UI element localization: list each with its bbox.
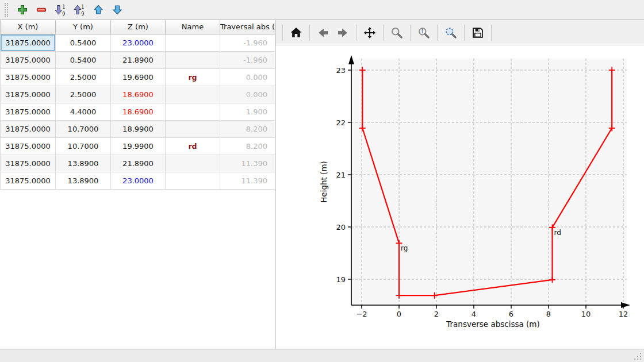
table-cell-y[interactable]: 2.5000 [56, 86, 111, 103]
table-cell-name[interactable] [166, 172, 220, 189]
toolbar-drag-handle[interactable] [5, 3, 8, 17]
resize-grip-icon[interactable] [633, 352, 641, 360]
status-bar [0, 349, 644, 362]
svg-text:1: 1 [62, 5, 65, 10]
remove-row-button[interactable] [33, 2, 50, 18]
table-cell-name[interactable] [166, 155, 220, 172]
svg-text:Height (m): Height (m) [319, 161, 328, 203]
sort-ascending-button[interactable]: 19 [71, 2, 88, 18]
sort-descending-button[interactable]: 19 [52, 2, 69, 18]
table-cell-abs[interactable]: 11.390 [220, 172, 275, 189]
table-cell-abs[interactable]: 0.000 [220, 68, 275, 86]
table-cell-x[interactable]: 31875.0000 [1, 86, 56, 103]
svg-text:10: 10 [581, 310, 591, 318]
table-cell-z[interactable]: 19.6900 [111, 68, 166, 86]
column-header-y[interactable]: Y (m) [56, 20, 111, 34]
column-header-x[interactable]: X (m) [1, 20, 56, 34]
table-cell-abs[interactable]: 0.000 [220, 86, 275, 103]
table-cell-name[interactable] [166, 103, 220, 120]
toolbar-separator [309, 25, 310, 41]
table-cell-y[interactable]: 4.4000 [56, 103, 111, 120]
table-cell-y[interactable]: 10.7000 [56, 120, 111, 137]
table-cell-x[interactable]: 31875.0000 [1, 103, 56, 120]
toolbar-separator [464, 25, 465, 41]
back-button[interactable] [315, 24, 332, 41]
minus-icon [36, 4, 47, 16]
table-cell-x[interactable]: 31875.0000 [1, 34, 56, 51]
plus-icon [17, 4, 28, 16]
table-cell-z[interactable]: 23.0000 [111, 34, 166, 51]
move-row-up-button[interactable] [90, 2, 107, 18]
table-cell-y[interactable]: 13.8900 [56, 172, 111, 189]
toolbar-separator [437, 25, 438, 41]
toolbar-separator [491, 25, 492, 41]
pan-button[interactable] [361, 24, 378, 41]
svg-text:23: 23 [336, 66, 346, 75]
table-cell-abs[interactable]: 1.900 [220, 103, 275, 120]
application-window: 1919 X (m)Y (m)Z (m)NameTraversal abs (m… [0, 0, 644, 362]
table-row: 31875.00002.500019.6900rg0.000 [1, 68, 275, 86]
table-cell-x[interactable]: 31875.0000 [1, 120, 56, 137]
home-button[interactable] [288, 24, 305, 41]
svg-text:21: 21 [336, 171, 346, 179]
zoom-actual-button[interactable]: 1 [415, 24, 432, 41]
table-row: 31875.000010.700019.9900rd8.200 [1, 137, 275, 155]
add-row-button[interactable] [14, 2, 31, 18]
table-cell-x[interactable]: 31875.0000 [1, 137, 56, 155]
svg-text:2: 2 [434, 310, 439, 318]
home-icon [290, 26, 302, 39]
table-row: 31875.00000.540021.8900-1.960 [1, 51, 275, 68]
zoom-region-button[interactable] [442, 24, 459, 41]
table-cell-name[interactable]: rg [166, 68, 220, 86]
table-cell-name[interactable]: rd [166, 137, 220, 155]
table-cell-z[interactable]: 18.9900 [111, 120, 166, 137]
column-header-z[interactable]: Z (m) [111, 20, 166, 34]
table-cell-z[interactable]: 18.6900 [111, 103, 166, 120]
table-cell-abs[interactable]: 8.200 [220, 120, 275, 137]
zoom-button[interactable] [388, 24, 405, 41]
toolbar-separator [383, 25, 384, 41]
table-cell-y[interactable]: 10.7000 [56, 137, 111, 155]
table-cell-x[interactable]: 31875.0000 [1, 68, 56, 86]
svg-text:19: 19 [336, 275, 346, 284]
table-cell-z[interactable]: 21.8900 [111, 51, 166, 68]
table-cell-y[interactable]: 0.5400 [56, 34, 111, 51]
svg-text:9: 9 [62, 11, 65, 16]
table-cell-abs[interactable]: 8.200 [220, 137, 275, 155]
column-header-abs[interactable]: Traversal abs (m [220, 20, 275, 34]
table-cell-z[interactable]: 23.0000 [111, 172, 166, 189]
save-figure-button[interactable] [469, 24, 486, 41]
table-cell-x[interactable]: 31875.0000 [1, 172, 56, 189]
move-row-down-button[interactable] [109, 2, 126, 18]
table-cell-x[interactable]: 31875.0000 [1, 155, 56, 172]
table-cell-z[interactable]: 19.9900 [111, 137, 166, 155]
column-header-name[interactable]: Name [166, 20, 220, 34]
table-cell-y[interactable]: 13.8900 [56, 155, 111, 172]
table-row: 31875.000013.890023.000011.390 [1, 172, 275, 189]
table-cell-y[interactable]: 0.5400 [56, 51, 111, 68]
table-cell-x[interactable]: 31875.0000 [1, 51, 56, 68]
svg-text:8: 8 [546, 310, 551, 318]
sort-ascending-icon: 19 [74, 4, 85, 16]
main-toolbar: 1919 [0, 0, 644, 20]
table-cell-name[interactable] [166, 51, 220, 68]
plot-toolbar: 1 [275, 20, 644, 45]
svg-text:1: 1 [421, 28, 424, 34]
svg-text:rd: rd [554, 229, 561, 237]
table-row: 31875.000013.890021.890011.390 [1, 155, 275, 172]
table-cell-name[interactable] [166, 120, 220, 137]
table-cell-abs[interactable]: -1.960 [220, 51, 275, 68]
table-cell-z[interactable]: 21.8900 [111, 155, 166, 172]
table-cell-name[interactable] [166, 86, 220, 103]
table-row: 31875.00002.500018.69000.000 [1, 86, 275, 103]
table-cell-name[interactable] [166, 34, 220, 51]
arrow-left-icon [317, 26, 329, 39]
table-cell-abs[interactable]: -1.960 [220, 34, 275, 51]
plot-panel: 1 1920212223−2024681012Transverse abscis… [275, 20, 644, 349]
table-cell-z[interactable]: 18.6900 [111, 86, 166, 103]
table-cell-abs[interactable]: 11.390 [220, 155, 275, 172]
forward-button[interactable] [334, 24, 351, 41]
arrow-down-icon [112, 4, 123, 16]
table-cell-y[interactable]: 2.5000 [56, 68, 111, 86]
plot-canvas[interactable]: 1920212223−2024681012Transverse abscissa… [275, 45, 644, 349]
